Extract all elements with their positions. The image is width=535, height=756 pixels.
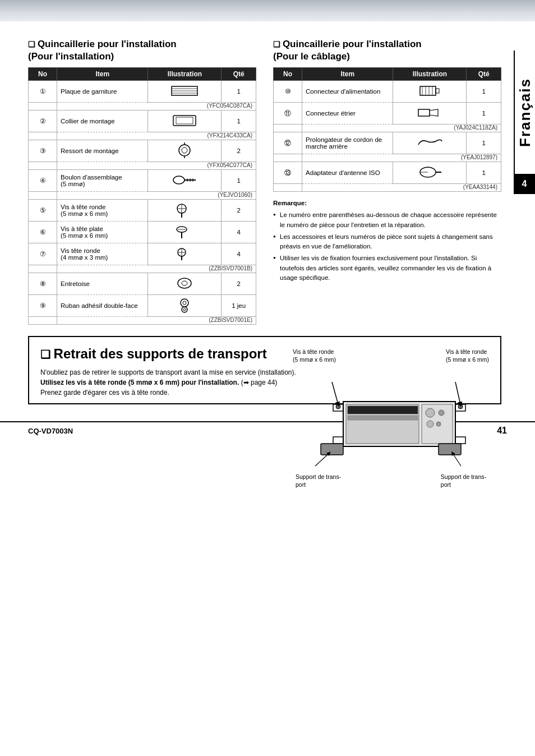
svg-line-58 (332, 382, 338, 404)
row-illus (148, 170, 222, 192)
svg-point-29 (183, 301, 186, 305)
svg-rect-61 (439, 444, 461, 455)
row-item: Ruban adhésif double-face (57, 295, 148, 317)
row-qty: 1 (467, 81, 501, 103)
svg-point-6 (179, 145, 190, 156)
row-illus (148, 110, 222, 132)
part-code-row: (YAJ024C118ZA) (274, 125, 501, 132)
row-number: ⑨ (29, 295, 57, 317)
row-item: Ressort de montage (57, 140, 148, 162)
row-illus (393, 103, 467, 125)
table-row: ③ Ressort de montage 2 (29, 140, 256, 162)
footer-model: CQ-VD7003N (28, 427, 73, 435)
part-code-row: (YFX214C433CA) (29, 132, 256, 140)
row-qty: 2 (222, 200, 256, 222)
footer-page: 41 (497, 426, 507, 436)
table-row: ⑩ Connecteur d'alimentation (274, 81, 501, 103)
row-item: Prolongateur de cordon demarche arrière (302, 132, 393, 154)
col-qty: Qté (222, 68, 256, 81)
remarks-list: Le numéro entre parenthèses au-dessous d… (273, 210, 501, 283)
svg-point-50 (436, 422, 441, 426)
row-number: ③ (29, 140, 57, 162)
row-item: Plaque de garniture (57, 81, 148, 103)
row-number: ④ (29, 170, 57, 192)
cablage-table: No Item Illustration Qté ⑩ Connecteur d'… (273, 67, 501, 192)
row-qty: 4 (222, 243, 256, 265)
row-illus (148, 81, 222, 103)
row-item: Boulon d'assemblage(5 mmø) (57, 170, 148, 192)
row-illus (148, 140, 222, 162)
svg-point-31 (183, 308, 186, 311)
retrait-diagram: Vis à tête ronde(5 mmø x 6 mm) Vis à têt… (287, 345, 489, 491)
vis-label-tl: Vis à tête ronde(5 mmø x 6 mm) (293, 348, 336, 363)
col-item: Item (57, 68, 148, 81)
remarks-title: Remarque: (273, 199, 501, 208)
row-number: ① (29, 81, 57, 103)
row-illus (148, 243, 222, 265)
support-label-br: Support de trans-port (441, 473, 486, 488)
retrait-body: N'oubliez pas de retirer le supports de … (40, 367, 321, 398)
right-section-title: Quincaillerie pour l'installation(Pour l… (273, 38, 501, 63)
part-code-row: (YEAA33144) (274, 184, 501, 192)
part-code-row: (ZZBISVD7001E) (29, 317, 256, 325)
col-no: No (274, 68, 302, 81)
svg-point-27 (182, 281, 187, 285)
row-item: Adaptateur d'antenne ISO (302, 162, 393, 184)
row-number: ⑦ (29, 243, 57, 265)
row-qty: 1 (222, 170, 256, 192)
row-illus (393, 162, 467, 184)
table-row: ⑨ Ruban adhésif double-face 1 jeu (29, 295, 256, 317)
remark-item: Les accessoires et leurs numéros de pièc… (273, 232, 501, 252)
retrait-line2: Utilisez les vis à tête ronde (5 mmø x 6… (40, 377, 321, 388)
svg-point-28 (181, 299, 188, 307)
row-illus (148, 273, 222, 295)
svg-point-30 (182, 307, 187, 312)
col-item: Item (302, 68, 393, 81)
table-row: ② Collier de montage 1 (29, 110, 256, 132)
support-label-bl: Support de trans-port (296, 473, 341, 488)
table-row: ⑬ Adaptateur d'antenne ISO 1 (274, 162, 501, 184)
table-row: ⑪ Connecteur étrier 1 (274, 103, 501, 125)
row-item: Vis à tête plate(5 mmø x 6 mm) (57, 222, 148, 243)
row-qty: 1 (467, 132, 501, 154)
remark-item: Utiliser les vis de fixation fournies ex… (273, 253, 501, 283)
left-section-title: Quincaillerie pour l'installation(Pour l… (28, 38, 256, 63)
table-row: ⑧ Entretoise 2 (29, 273, 256, 295)
col-qty: Qté (467, 68, 501, 81)
part-code-row: (YFC054C087CA) (29, 103, 256, 110)
svg-point-49 (427, 421, 433, 427)
svg-rect-45 (348, 416, 418, 420)
svg-rect-55 (321, 444, 343, 455)
left-column: Quincaillerie pour l'installation(Pour l… (28, 38, 256, 325)
row-number: ⑥ (29, 222, 57, 243)
part-code-row: (YEAJ012897) (274, 154, 501, 162)
svg-point-7 (182, 147, 187, 153)
svg-point-57 (458, 404, 463, 409)
table-row: ⑤ Vis à tête ronde(5 mmø x 6 mm) 2 (29, 200, 256, 222)
row-qty: 2 (222, 140, 256, 162)
part-code-row: (YFX054C077CA) (29, 162, 256, 170)
table-row: ⑦ Vis tête ronde(4 mmø x 3 mm) 4 (29, 243, 256, 265)
retrait-line1: N'oubliez pas de retirer le supports de … (40, 367, 321, 377)
col-illus: Illustration (148, 68, 222, 81)
retrait-line2-ref: (➡ page 44) (241, 379, 278, 386)
row-item: Connecteur étrier (302, 103, 393, 125)
side-label: Français (514, 50, 535, 174)
svg-point-10 (173, 176, 185, 184)
retrait-line3: Prenez garde d'égarer ces vis à tête ron… (40, 388, 321, 398)
row-item: Connecteur d'alimentation (302, 81, 393, 103)
device-diagram-svg (287, 362, 489, 486)
col-no: No (29, 68, 57, 81)
part-code-row: (ZZBISVD7001B) (29, 265, 256, 273)
row-number: ⑧ (29, 273, 57, 295)
table-row: ① Plaque de garniture 1 (29, 81, 256, 103)
svg-line-59 (455, 382, 460, 404)
remark-item: Le numéro entre parenthèses au-dessous d… (273, 210, 501, 230)
vis-label-tr: Vis à tête ronde(5 mmø x 6 mm) (446, 348, 489, 363)
row-qty: 1 (222, 81, 256, 103)
row-number: ⑩ (274, 81, 302, 103)
top-section: Quincaillerie pour l'installation(Pour l… (28, 38, 501, 325)
svg-rect-46 (348, 406, 418, 414)
row-number: ② (29, 110, 57, 132)
part-code-row: (YEJVO1060) (29, 192, 256, 200)
